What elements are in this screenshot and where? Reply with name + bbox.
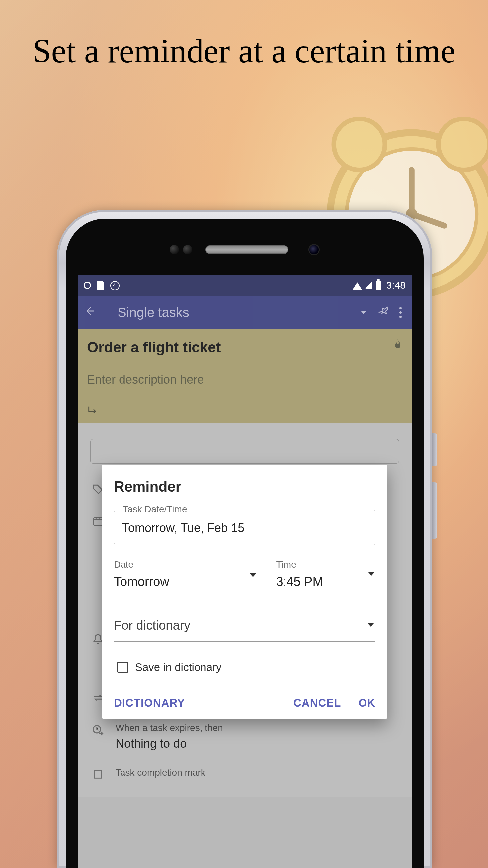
dropdown-caret-icon[interactable] (361, 311, 366, 314)
signal-icon (365, 282, 372, 289)
date-dropdown[interactable]: Date Tomorrow (114, 559, 257, 595)
kebab-dot-icon (399, 316, 402, 318)
save-checkbox[interactable] (117, 661, 128, 673)
date-label: Date (114, 559, 257, 570)
android-status-bar: 3:48 (78, 275, 411, 296)
ok-button[interactable]: OK (359, 697, 376, 709)
time-label: Time (276, 559, 375, 570)
dialog-title: Reminder (114, 478, 375, 495)
chevron-down-icon (367, 623, 374, 627)
task-datetime-value: Tomorrow, Tue, Feb 15 (122, 521, 367, 535)
time-value: 3:45 PM (276, 575, 375, 595)
save-label: Save in dictionary (135, 661, 221, 674)
app-bar: Single tasks (78, 296, 411, 329)
task-app-icon (110, 281, 119, 290)
time-dropdown[interactable]: Time 3:45 PM (276, 559, 375, 595)
save-in-dictionary-row[interactable]: Save in dictionary (114, 661, 375, 674)
kebab-dot-icon (399, 307, 402, 309)
svg-point-3 (438, 119, 488, 170)
chevron-down-icon (250, 573, 256, 577)
phone-sensor-bar (66, 241, 424, 258)
pin-icon (377, 303, 392, 319)
dictionary-dropdown[interactable]: For dictionary (114, 618, 375, 642)
chevron-down-icon (368, 572, 375, 576)
status-time: 3:48 (387, 280, 406, 291)
phone-screen: 3:48 Single tasks (78, 275, 411, 868)
sd-card-icon (97, 281, 104, 290)
screen-content: Order a flight ticket Enter description … (78, 329, 411, 868)
battery-icon (376, 281, 381, 290)
svg-point-2 (334, 119, 385, 170)
reminder-dialog: Reminder Task Date/Time Tomorrow, Tue, F… (102, 465, 388, 719)
phone-side-button (432, 433, 437, 466)
wifi-icon (353, 282, 362, 290)
task-datetime-legend: Task Date/Time (120, 504, 189, 515)
dictionary-button[interactable]: DICTIONARY (114, 697, 185, 709)
pin-button[interactable] (371, 301, 396, 324)
phone-side-button (432, 482, 437, 539)
date-value: Tomorrow (114, 575, 257, 595)
arrow-left-icon (84, 305, 96, 317)
app-bar-title: Single tasks (98, 305, 353, 320)
status-icon (84, 282, 91, 289)
kebab-dot-icon (399, 311, 402, 314)
cancel-button[interactable]: CANCEL (294, 697, 341, 709)
phone-frame: 3:48 Single tasks (57, 210, 432, 868)
back-button[interactable] (82, 305, 98, 320)
promo-headline: Set a reminder at a certain time (0, 32, 488, 70)
dictionary-value: For dictionary (114, 618, 375, 633)
task-datetime-field[interactable]: Task Date/Time Tomorrow, Tue, Feb 15 (114, 509, 375, 545)
